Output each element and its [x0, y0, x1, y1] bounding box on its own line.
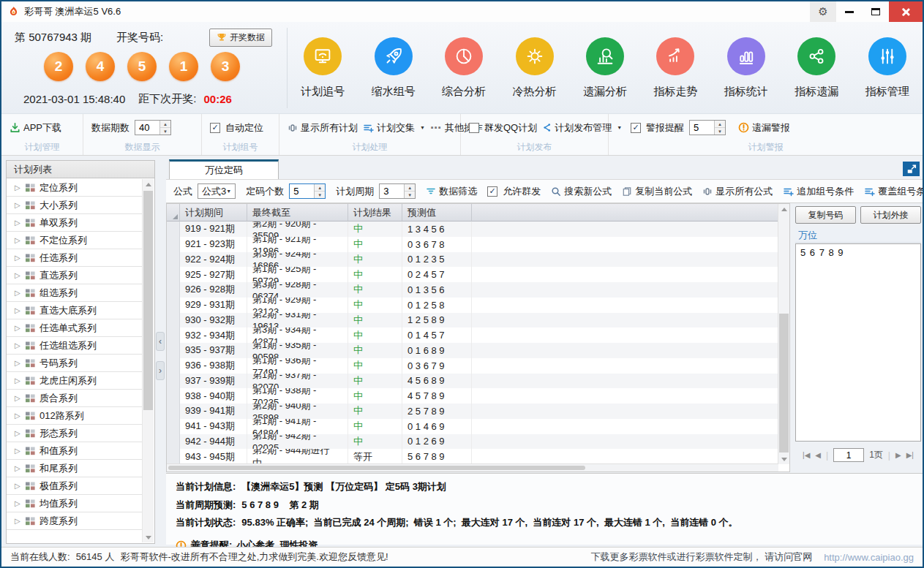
sidebar-item[interactable]: ▷012路系列: [7, 407, 142, 425]
column-header[interactable]: 计划期间: [180, 204, 247, 221]
nav-indicator-manage[interactable]: 指标管理: [852, 22, 923, 114]
next-page-icon[interactable]: ▶: [895, 451, 901, 459]
tab-wanwei-dingma[interactable]: 万位定码: [169, 159, 279, 179]
scroll-up-icon[interactable]: [143, 179, 154, 189]
code-count-stepper[interactable]: ▲▼: [289, 183, 326, 199]
table-row[interactable]: 943 - 945期第2期 - 944期进行中...等开5 6 7 8 9: [167, 449, 789, 464]
table-row[interactable]: 941 - 943期第1期 - 941期 - 64884中0 1 4 6 9: [167, 419, 789, 434]
draw-data-button[interactable]: 开奖数据: [209, 29, 272, 47]
nav-hot-cold[interactable]: 冷热分析: [499, 22, 569, 114]
alert-stepper[interactable]: ▲▼: [689, 120, 726, 135]
table-row[interactable]: 919 - 921期第2期 - 920期 - 35509中1 3 4 5 6: [167, 221, 789, 237]
sidebar-item[interactable]: ▷直选大底系列: [7, 302, 142, 319]
scrollbar-thumb[interactable]: [143, 191, 153, 410]
expand-caret-icon[interactable]: ▷: [15, 219, 21, 227]
plan-cycle-stepper[interactable]: ▲▼: [379, 183, 416, 199]
scrollbar-thumb[interactable]: [168, 466, 585, 470]
expand-caret-icon[interactable]: ▷: [15, 324, 21, 332]
sidebar-item[interactable]: ▷大小系列: [7, 197, 142, 214]
sidebar-item[interactable]: ▷跨度系列: [7, 512, 142, 530]
sidebar-item[interactable]: ▷龙虎庄闲系列: [7, 372, 142, 390]
column-header[interactable]: 计划结果: [348, 204, 402, 221]
nav-indicator-trend[interactable]: 指标走势: [640, 22, 710, 114]
nav-miss-analysis[interactable]: 遗漏分析: [570, 22, 640, 114]
expand-caret-icon[interactable]: ▷: [15, 201, 21, 209]
sidebar-item[interactable]: ▷任选单式系列: [7, 319, 142, 337]
expand-caret-icon[interactable]: ▷: [15, 254, 21, 262]
stepper-arrows[interactable]: ▲▼: [159, 121, 170, 135]
nav-combined-analysis[interactable]: 综合分析: [429, 22, 499, 114]
scroll-down-icon[interactable]: [143, 532, 154, 542]
predicted-numbers-box[interactable]: 5 6 7 8 9: [795, 243, 921, 442]
expand-caret-icon[interactable]: ▷: [15, 271, 21, 279]
sidebar-item[interactable]: ▷质合系列: [7, 390, 142, 407]
sidebar-item[interactable]: ▷定位系列: [7, 179, 142, 197]
allow-group-send-checkbox[interactable]: ✓: [487, 186, 497, 197]
nav-plan-chase[interactable]: 计划追号: [288, 22, 358, 114]
alert-remind-checkbox[interactable]: ✓: [631, 123, 641, 133]
auto-position-checkbox[interactable]: ✓: [210, 123, 220, 133]
table-row[interactable]: 938 - 940期第1期 - 938期 - 70235中4 5 7 8 9: [167, 388, 789, 404]
sidebar-item[interactable]: ▷极值系列: [7, 477, 142, 495]
plan-external-button[interactable]: 计划外接: [860, 206, 921, 224]
table-row[interactable]: 942 - 944期第1期 - 942期 - 02025中0 1 2 6 9: [167, 434, 789, 450]
scroll-down-icon[interactable]: [778, 454, 789, 464]
expand-caret-icon[interactable]: ▷: [15, 359, 21, 367]
table-row[interactable]: 935 - 937期第1期 - 935期 - 90598中0 1 6 8 9: [167, 343, 789, 358]
expand-caret-icon[interactable]: ▷: [15, 376, 21, 385]
data-periods-input[interactable]: [135, 121, 159, 135]
official-site-link[interactable]: http://www.caipiao.gg: [824, 552, 914, 563]
data-filter-button[interactable]: 数据筛选: [426, 185, 477, 198]
sidebar-item[interactable]: ▷和尾系列: [7, 460, 142, 477]
expand-caret-icon[interactable]: ▷: [15, 499, 21, 507]
table-vscrollbar[interactable]: [778, 204, 789, 464]
table-row[interactable]: 937 - 939期第1期 - 937期 - 82070中4 5 6 8 9: [167, 374, 789, 389]
plan-cycle-input[interactable]: [380, 184, 404, 198]
table-row[interactable]: 930 - 932期第2期 - 931期 - 19613中1 2 5 8 9: [167, 313, 789, 328]
stepper-arrows[interactable]: ▲▼: [314, 184, 325, 198]
sidebar-item[interactable]: ▷直选系列: [7, 267, 142, 284]
expand-caret-icon[interactable]: ▷: [15, 289, 21, 297]
nav-indicator-miss[interactable]: 指标遗漏: [781, 22, 852, 114]
select-all-corner[interactable]: [167, 204, 180, 221]
minimize-button[interactable]: [836, 1, 863, 22]
table-row[interactable]: 929 - 931期第1期 - 929期 - 23123中0 1 2 5 8: [167, 298, 789, 313]
close-button[interactable]: [889, 1, 923, 22]
search-formula-button[interactable]: 搜索新公式: [551, 185, 612, 198]
expand-caret-icon[interactable]: ▷: [15, 183, 21, 192]
app-download-button[interactable]: APP下载: [10, 121, 61, 135]
column-header[interactable]: 预测值: [402, 204, 472, 221]
sidebar-scrollbar[interactable]: [142, 179, 154, 542]
sidebar-item[interactable]: ▷任选系列: [7, 249, 142, 267]
column-header[interactable]: 最终截至: [247, 204, 348, 221]
table-row[interactable]: 922 - 924期第3期 - 924期 - 16866中0 1 2 3 5: [167, 252, 789, 268]
code-count-input[interactable]: [290, 184, 314, 198]
maximize-button[interactable]: [863, 1, 889, 22]
override-condition-button[interactable]: 覆盖组号条件: [864, 185, 924, 198]
expand-caret-icon[interactable]: ▷: [15, 482, 21, 490]
first-page-icon[interactable]: |◀: [803, 451, 810, 459]
column-header[interactable]: [472, 204, 789, 221]
plan-intersection-button[interactable]: 计划交集 ▼: [363, 121, 425, 135]
qq-group-send-checkbox[interactable]: [469, 123, 479, 133]
scroll-up-icon[interactable]: [778, 204, 789, 214]
table-row[interactable]: 926 - 928期第3期 - 928期 - 06374中0 1 3 5 6: [167, 282, 789, 298]
data-periods-stepper[interactable]: ▲▼: [135, 120, 171, 135]
splitter-collapse-handle[interactable]: ‹: [156, 332, 165, 351]
expand-caret-icon[interactable]: ▷: [15, 306, 21, 314]
show-all-formula-button[interactable]: 显示所有公式: [702, 185, 773, 198]
last-page-icon[interactable]: ▶|: [906, 451, 914, 459]
table-row[interactable]: 939 - 941期第2期 - 940期 - 25898中2 5 7 8 9: [167, 404, 789, 419]
sidebar-item[interactable]: ▷任选组选系列: [7, 337, 142, 355]
stepper-arrows[interactable]: ▲▼: [404, 184, 415, 198]
alert-input[interactable]: [690, 121, 714, 135]
expand-caret-icon[interactable]: ▷: [15, 394, 21, 402]
expand-caret-icon[interactable]: ▷: [15, 447, 21, 455]
table-row[interactable]: 936 - 938期第1期 - 936期 - 77491中0 3 6 7 9: [167, 358, 789, 374]
sidebar-item[interactable]: ▷形态系列: [7, 425, 142, 442]
copy-formula-button[interactable]: 复制当前公式: [622, 185, 692, 198]
sidebar-item[interactable]: ▷不定位系列: [7, 232, 142, 249]
table-row[interactable]: 921 - 923期第1期 - 921期 - 31986中0 3 6 7 8: [167, 237, 789, 252]
expand-caret-icon[interactable]: ▷: [15, 464, 21, 472]
sidebar-item[interactable]: ▷均值系列: [7, 495, 142, 512]
